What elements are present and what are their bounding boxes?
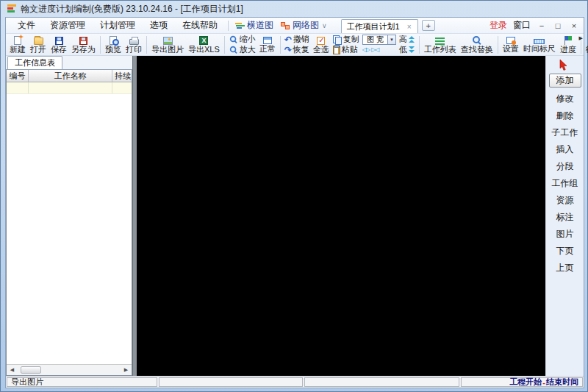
find-replace-button[interactable]: 查找替换 bbox=[459, 35, 495, 55]
paste-button[interactable]: 粘贴 bbox=[333, 45, 359, 54]
cursor-icon bbox=[559, 60, 568, 71]
export-image-button[interactable]: 导出图片 bbox=[149, 35, 186, 55]
image-icon bbox=[163, 37, 173, 45]
save-button[interactable]: 保存 bbox=[49, 35, 69, 55]
menu-window[interactable]: 窗口 bbox=[513, 19, 531, 32]
save-as-label: 另存为 bbox=[71, 46, 96, 54]
zoom-out-button[interactable]: 缩小 bbox=[229, 35, 256, 44]
redo-icon: ↷ bbox=[284, 46, 292, 54]
menu-resource-management[interactable]: 资源管理 bbox=[43, 18, 93, 33]
work-list-button[interactable]: 工作列表 bbox=[422, 35, 459, 55]
window-icon bbox=[263, 37, 272, 44]
work-list-label: 工作列表 bbox=[424, 46, 456, 54]
login-link[interactable]: 登录 bbox=[490, 19, 507, 32]
sidebar-item-delete[interactable]: 删除 bbox=[548, 107, 583, 124]
sidebar-item-insert[interactable]: 插入 bbox=[548, 141, 583, 158]
export-xls-button[interactable]: 导出XLS bbox=[186, 35, 222, 55]
column-header-duration[interactable]: 持续 bbox=[112, 70, 132, 82]
separator bbox=[498, 36, 498, 54]
excel-icon bbox=[199, 36, 208, 45]
printer-icon bbox=[129, 39, 139, 45]
save-label: 保存 bbox=[51, 46, 67, 54]
sidebar-item-modify[interactable]: 修改 bbox=[548, 90, 583, 107]
chevron-down-icon[interactable]: ∨ bbox=[322, 22, 327, 29]
restore-button[interactable]: □ bbox=[553, 21, 563, 30]
narrow-bar-button[interactable]: ◁▷ bbox=[362, 46, 370, 54]
time-ruler-button[interactable]: 时间标尺 bbox=[521, 35, 558, 55]
search-icon bbox=[472, 35, 481, 45]
scrollbar-track[interactable] bbox=[18, 365, 121, 375]
toolbar-overflow-icon[interactable]: ▶ bbox=[579, 35, 583, 41]
print-button[interactable]: 打印 bbox=[123, 35, 144, 55]
widen-bar-button[interactable]: ▷◁ bbox=[371, 46, 379, 54]
sidebar-item-segment[interactable]: 分段 bbox=[548, 158, 583, 175]
document-tab-active[interactable]: 工作项目计划1 × bbox=[341, 19, 418, 33]
menu-bar: 文件 资源管理 计划管理 选项 在线帮助 横道图 网络图 ∨ 工作项目计划1 ×… bbox=[6, 18, 584, 34]
row-higher-button[interactable]: 高 bbox=[399, 35, 415, 44]
gantt-chart-icon bbox=[235, 22, 245, 29]
zoom-normal-button[interactable]: 正常 bbox=[257, 35, 278, 55]
scroll-left-icon[interactable]: ◀ bbox=[7, 365, 18, 375]
open-folder-icon bbox=[34, 38, 43, 45]
chart-width-combobox[interactable]: 图 宽 ▼ bbox=[362, 35, 396, 45]
select-all-button[interactable]: 全选 bbox=[311, 35, 331, 55]
sidebar-item-prev-page[interactable]: 上页 bbox=[548, 260, 583, 277]
redo-label: 恢复 bbox=[293, 44, 309, 55]
row-lower-button[interactable]: 低 bbox=[399, 45, 415, 54]
table-row[interactable] bbox=[7, 82, 132, 94]
status-cell-empty bbox=[159, 377, 303, 387]
gantt-view-button[interactable]: 横道图 bbox=[232, 18, 277, 33]
network-view-button[interactable]: 网络图 ∨ bbox=[277, 18, 331, 33]
sidebar-item-next-page[interactable]: 下页 bbox=[548, 243, 583, 260]
new-button[interactable]: 新建 bbox=[7, 35, 28, 55]
combobox-dropdown-icon[interactable]: ▼ bbox=[387, 35, 395, 44]
network-view-label: 网络图 bbox=[293, 19, 319, 32]
table-body-empty[interactable] bbox=[7, 94, 132, 364]
copy-button[interactable]: 复制 bbox=[333, 35, 359, 44]
time-ruler-label: 时间标尺 bbox=[523, 45, 556, 53]
export-image-label: 导出图片 bbox=[151, 46, 184, 54]
minimize-button[interactable]: − bbox=[537, 21, 547, 30]
sidebar-item-subtask[interactable]: 子工作 bbox=[548, 124, 583, 141]
gantt-canvas[interactable] bbox=[137, 56, 545, 376]
settings-button[interactable]: 设置 bbox=[501, 35, 521, 55]
column-header-id[interactable]: 编号 bbox=[7, 70, 29, 82]
zoom-in-icon bbox=[229, 46, 237, 54]
new-tab-button[interactable]: + bbox=[422, 20, 435, 31]
gear-icon bbox=[506, 37, 515, 44]
sidebar-item-resource[interactable]: 资源 bbox=[548, 192, 583, 209]
preview-label: 预览 bbox=[105, 46, 121, 54]
row-order-button[interactable]: 行顺序 bbox=[584, 35, 588, 55]
ruler-icon bbox=[534, 39, 545, 44]
zoom-out-icon bbox=[229, 35, 237, 43]
horizontal-scrollbar[interactable]: ◀ ▶ bbox=[7, 364, 132, 375]
project-start-label: 工程开始 bbox=[509, 377, 542, 388]
menu-file[interactable]: 文件 bbox=[10, 18, 43, 33]
sidebar-item-workgroup[interactable]: 工作组 bbox=[548, 175, 583, 192]
preview-button[interactable]: 预览 bbox=[103, 35, 123, 55]
sidebar-item-annotation[interactable]: 标注 bbox=[548, 209, 583, 226]
redo-button[interactable]: ↷恢复 bbox=[284, 45, 309, 54]
undo-button[interactable]: ↶撤销 bbox=[284, 35, 309, 44]
open-button[interactable]: 打开 bbox=[28, 35, 49, 55]
column-header-name[interactable]: 工作名称 bbox=[29, 70, 112, 82]
close-button[interactable]: × bbox=[569, 21, 579, 30]
scrollbar-thumb[interactable] bbox=[21, 366, 41, 374]
menu-options[interactable]: 选项 bbox=[143, 18, 175, 33]
save-as-button[interactable]: 另存为 bbox=[69, 35, 98, 55]
separator bbox=[419, 36, 420, 54]
chevrons-up-icon bbox=[409, 36, 415, 43]
progress-label: 进度 bbox=[560, 46, 576, 54]
close-tab-icon[interactable]: × bbox=[407, 23, 412, 31]
menu-online-help[interactable]: 在线帮助 bbox=[175, 18, 225, 33]
paste-label: 粘贴 bbox=[342, 44, 358, 55]
progress-button[interactable]: 进度 bbox=[558, 35, 578, 55]
sidebar-item-picture[interactable]: 图片 bbox=[548, 226, 583, 243]
sidebar-item-add[interactable]: 添加 bbox=[549, 74, 581, 88]
tab-work-info[interactable]: 工作信息表 bbox=[7, 56, 62, 69]
copy-icon bbox=[333, 35, 342, 44]
chart-width-value: 图 宽 bbox=[363, 35, 387, 45]
scroll-right-icon[interactable]: ▶ bbox=[121, 365, 132, 375]
menu-plan-management[interactable]: 计划管理 bbox=[93, 18, 143, 33]
zoom-in-button[interactable]: 放大 bbox=[229, 45, 256, 54]
